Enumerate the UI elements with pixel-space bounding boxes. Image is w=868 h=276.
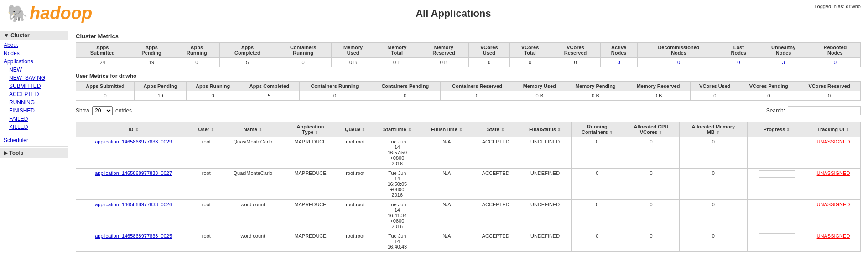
app-tracking-ui[interactable]: UNASSIGNED — [806, 200, 860, 231]
app-final-status: UNDEFINED — [519, 200, 572, 231]
hadoop-logo-text: hadoop — [30, 4, 92, 23]
th-alloc-mem[interactable]: Allocated MemoryMB ⇕ — [679, 122, 747, 137]
app-finish-time: N/A — [421, 231, 473, 252]
sidebar-applications[interactable]: Applications — [0, 57, 68, 66]
um-apps-pending: 19 — [134, 91, 186, 101]
sidebar-submitted[interactable]: SUBMITTED — [0, 82, 68, 90]
search-input[interactable] — [788, 106, 861, 115]
cm-vcores-used: 0 — [468, 58, 509, 67]
cm-lost-nodes[interactable]: 0 — [720, 58, 757, 67]
um-th-memory-used: Memory Used — [514, 82, 565, 91]
um-containers-reserved: 0 — [440, 91, 514, 101]
app-finish-time: N/A — [421, 200, 473, 231]
sidebar-divider2 — [0, 146, 68, 147]
app-queue: root.root — [337, 231, 374, 252]
sidebar-killed[interactable]: KILLED — [0, 123, 68, 131]
app-id[interactable]: application_1465868977833_0029 — [76, 137, 191, 169]
um-th-containers-reserved: Containers Reserved — [440, 82, 514, 91]
app-type: MAPREDUCE — [284, 169, 337, 200]
um-apps-submitted: 0 — [76, 91, 135, 101]
sidebar-failed[interactable]: FAILED — [0, 115, 68, 123]
sidebar-scheduler[interactable]: Scheduler — [0, 136, 68, 144]
th-id[interactable]: ID ⇕ — [76, 122, 191, 137]
app-alloc-cpu: 0 — [623, 137, 679, 169]
cm-active-nodes[interactable]: 0 — [600, 58, 637, 67]
table-row: application_1465868977833_0025 root word… — [76, 231, 861, 252]
search-label: Search: — [766, 107, 785, 114]
th-progress[interactable]: Progress ⇕ — [747, 122, 806, 137]
login-info: Logged in as: dr.who — [814, 4, 861, 9]
th-running-containers[interactable]: RunningContainers ⇕ — [572, 122, 623, 137]
logo: 🐘 hadoop — [7, 4, 92, 23]
um-vcores-used: 0 — [691, 91, 739, 101]
cm-memory-used: 0 B — [331, 58, 375, 67]
elephant-icon: 🐘 — [7, 4, 28, 23]
sidebar-nodes[interactable]: Nodes — [0, 49, 68, 57]
sidebar-accepted[interactable]: ACCEPTED — [0, 90, 68, 98]
cm-th-active-nodes: ActiveNodes — [600, 43, 637, 58]
th-queue[interactable]: Queue ⇕ — [337, 122, 374, 137]
app-id[interactable]: application_1465868977833_0025 — [76, 231, 191, 252]
app-alloc-mem: 0 — [679, 137, 747, 169]
cm-th-apps-running: AppsRunning — [174, 43, 219, 58]
app-name: QuasiMonteCarlo — [222, 137, 284, 169]
app-state: ACCEPTED — [473, 137, 519, 169]
app-final-status: UNDEFINED — [519, 169, 572, 200]
main-layout: ▼ Cluster About Nodes Applications NEW N… — [0, 27, 868, 276]
app-name: word count — [222, 231, 284, 252]
app-tracking-ui[interactable]: UNASSIGNED — [806, 231, 860, 252]
sidebar-new[interactable]: NEW — [0, 66, 68, 74]
th-application-type[interactable]: ApplicationType ⇕ — [284, 122, 337, 137]
app-alloc-mem: 0 — [679, 169, 747, 200]
th-user[interactable]: User ⇕ — [191, 122, 222, 137]
cluster-section[interactable]: ▼ Cluster — [0, 31, 68, 40]
um-th-memory-pending: Memory Pending — [565, 82, 626, 91]
user-metrics-row: 0 19 0 5 0 0 0 0 B 0 B 0 B 0 0 0 — [76, 91, 861, 101]
th-name[interactable]: Name ⇕ — [222, 122, 284, 137]
sidebar-new-saving[interactable]: NEW_SAVING — [0, 74, 68, 82]
cm-rebooted-nodes[interactable]: 0 — [810, 58, 860, 67]
sidebar-running[interactable]: RUNNING — [0, 98, 68, 107]
app-start-time: Tue Jun1416:57:50+08002016 — [374, 137, 421, 169]
cm-vcores-reserved: 0 — [551, 58, 600, 67]
app-tracking-ui[interactable]: UNASSIGNED — [806, 169, 860, 200]
th-alloc-cpu[interactable]: Allocated CPUVCores ⇕ — [623, 122, 679, 137]
app-id[interactable]: application_1465868977833_0027 — [76, 169, 191, 200]
entries-select[interactable]: 10 20 50 100 — [92, 106, 113, 115]
app-alloc-cpu: 0 — [623, 200, 679, 231]
header: 🐘 hadoop All Applications Logged in as: … — [0, 0, 868, 27]
tools-section[interactable]: ▶ Tools — [0, 148, 68, 158]
user-metrics-title: User Metrics for dr.who — [76, 73, 861, 79]
cm-memory-total: 0 B — [375, 58, 419, 67]
app-type: MAPREDUCE — [284, 200, 337, 231]
th-state[interactable]: State ⇕ — [473, 122, 519, 137]
um-vcores-pending: 0 — [739, 91, 798, 101]
app-user: root — [191, 231, 222, 252]
um-th-apps-completed: Apps Completed — [239, 82, 299, 91]
app-state: ACCEPTED — [473, 200, 519, 231]
cm-apps-running: 0 — [174, 58, 219, 67]
um-th-vcores-reserved: VCores Reserved — [798, 82, 861, 91]
app-state: ACCEPTED — [473, 169, 519, 200]
cm-th-decommissioned-nodes: DecommissionedNodes — [637, 43, 720, 58]
cluster-metrics-row: 24 19 0 5 0 0 B 0 B 0 B 0 0 0 0 0 0 3 0 — [76, 58, 861, 67]
th-finish-time[interactable]: FinishTime ⇕ — [421, 122, 473, 137]
app-progress — [747, 231, 806, 252]
app-type: MAPREDUCE — [284, 137, 337, 169]
cm-containers-running: 0 — [275, 58, 331, 67]
table-row: application_1465868977833_0026 root word… — [76, 200, 861, 231]
th-tracking-ui[interactable]: Tracking UI ⇕ — [806, 122, 860, 137]
sidebar-divider — [0, 134, 68, 134]
app-tracking-ui[interactable]: UNASSIGNED — [806, 137, 860, 169]
sidebar-about[interactable]: About — [0, 41, 68, 49]
cm-decommissioned-nodes[interactable]: 0 — [637, 58, 720, 67]
cm-apps-submitted: 24 — [76, 58, 129, 67]
sidebar-finished[interactable]: FINISHED — [0, 107, 68, 115]
app-id[interactable]: application_1465868977833_0026 — [76, 200, 191, 231]
th-start-time[interactable]: StartTime ⇕ — [374, 122, 421, 137]
um-containers-pending: 0 — [370, 91, 441, 101]
cm-unhealthy-nodes[interactable]: 3 — [757, 58, 810, 67]
um-th-apps-pending: Apps Pending — [134, 82, 186, 91]
th-final-status[interactable]: FinalStatus ⇕ — [519, 122, 572, 137]
cm-th-apps-completed: AppsCompleted — [220, 43, 275, 58]
